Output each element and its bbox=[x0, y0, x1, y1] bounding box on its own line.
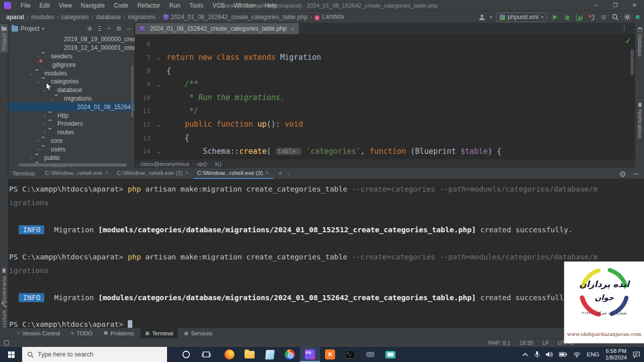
terminal-minimize-icon[interactable]: ─ bbox=[633, 169, 639, 179]
chevron-right-icon[interactable]: › bbox=[41, 130, 48, 135]
command-prompt-taskbar-button[interactable]: >_ bbox=[340, 347, 360, 362]
tree-item-routes[interactable]: ›routes bbox=[9, 128, 135, 137]
tree-item-database[interactable]: ⌄database bbox=[9, 86, 135, 95]
tree-item-seeders[interactable]: ›seeders bbox=[9, 52, 135, 61]
menu-view[interactable]: View bbox=[54, 2, 76, 9]
user-dropdown-caret[interactable]: ▾ bbox=[490, 15, 493, 20]
tree-item-http[interactable]: ›Http bbox=[9, 111, 135, 120]
run-button[interactable] bbox=[551, 13, 559, 21]
tab-close-icon[interactable]: ✕ bbox=[266, 170, 270, 175]
breadcrumb-item-lambda[interactable]: λLambda bbox=[314, 13, 344, 21]
menu-code[interactable]: Code bbox=[109, 2, 133, 9]
chevron-down-icon[interactable]: ⌄ bbox=[35, 79, 42, 84]
tree-item-2019-12-14-000001-create-perso[interactable]: 2019_12_14_000001_create_personal_ac bbox=[9, 44, 135, 52]
project-vertical-scrollbar[interactable] bbox=[131, 65, 133, 118]
chevron-right-icon[interactable]: › bbox=[35, 147, 42, 152]
breadcrumb-item-categories[interactable]: categories bbox=[61, 14, 89, 21]
minimize-button[interactable]: ─ bbox=[587, 0, 606, 11]
tree-item-2019-08-19-000000-create-faile[interactable]: 2019_08_19_000000_create_failed_jobs_ bbox=[9, 35, 135, 44]
chevron-right-icon[interactable]: › bbox=[41, 121, 48, 126]
chevron-down-icon[interactable]: ⌄ bbox=[48, 96, 55, 101]
locate-file-icon[interactable]: ⊕ bbox=[87, 25, 92, 32]
taskbar-clock[interactable]: 6:58 PM1/8/2024 bbox=[605, 348, 627, 361]
tool-window-notifications[interactable]: Notifications bbox=[635, 103, 644, 138]
project-horizontal-scrollbar[interactable] bbox=[19, 163, 127, 166]
profiler-button[interactable] bbox=[587, 13, 595, 21]
tree-item-providers[interactable]: ›Providers bbox=[9, 120, 135, 128]
tree-item-migrations[interactable]: ⌄migrations bbox=[9, 95, 135, 103]
panel-settings-gear-icon[interactable]: ⚙ bbox=[116, 25, 122, 32]
fold-marker-icon[interactable]: ⌄ bbox=[150, 81, 167, 87]
php-version-indicator[interactable]: PHP: 8.1 bbox=[488, 340, 510, 346]
tool-window-bookmarks[interactable]: Bookmarks bbox=[0, 266, 8, 305]
firefox-taskbar-button[interactable] bbox=[219, 347, 239, 362]
task-view-button[interactable] bbox=[196, 347, 216, 362]
terminal-tab-1[interactable]: C:\Window...rshell.exe✕ bbox=[41, 168, 113, 179]
breadcrumb-item-2024-01-08-152642-create-categories-tabl[interactable]: 2024_01_08_152642_create_categories_tabl… bbox=[163, 14, 308, 21]
mail-app-taskbar-button[interactable] bbox=[260, 347, 280, 362]
editor-tab[interactable]: 2024_01_08_152642_create_categories_tabl… bbox=[135, 23, 299, 34]
editor-breadcrumb-item[interactable]: class@anonymous bbox=[140, 161, 189, 167]
terminal-tab-2[interactable]: C:\Window...rshell.exe (2)✕ bbox=[113, 168, 193, 179]
atom-app-taskbar-button[interactable] bbox=[360, 347, 380, 362]
breadcrumb-item-database[interactable]: database bbox=[96, 14, 121, 21]
fold-marker-icon[interactable]: ⌄ bbox=[150, 148, 167, 154]
toolbar-services[interactable]: ◉Services bbox=[180, 328, 217, 338]
search-everywhere-icon[interactable] bbox=[611, 13, 619, 21]
cortana-button[interactable] bbox=[176, 347, 196, 362]
toolbar-problems[interactable]: ❶Problems bbox=[99, 328, 138, 338]
run-with-coverage-button[interactable] bbox=[575, 13, 583, 21]
terminal-tab-3[interactable]: C:\Window...rshell.exe (3)✕ bbox=[193, 168, 274, 179]
fold-marker-icon[interactable]: ⌄ bbox=[150, 55, 167, 60]
run-configuration-select[interactable]: phpunit.xml ▾ bbox=[496, 13, 547, 22]
file-explorer-taskbar-button[interactable] bbox=[239, 347, 260, 362]
volume-icon[interactable] bbox=[546, 351, 553, 357]
tool-window-project[interactable]: Project bbox=[0, 24, 8, 53]
toolbar-todo[interactable]: ≡TODO bbox=[66, 328, 97, 338]
tree-item-categories[interactable]: ⌄categories bbox=[9, 77, 135, 86]
toolbar-version-control[interactable]: ⑂Version Control bbox=[12, 328, 64, 338]
fold-marker-icon[interactable]: ⌄ bbox=[150, 122, 167, 127]
menu-file[interactable]: File bbox=[16, 2, 35, 9]
project-view-caret[interactable]: ▾ bbox=[42, 26, 44, 31]
battery-icon[interactable] bbox=[559, 352, 567, 357]
inspection-ok-icon[interactable]: ✓ bbox=[625, 37, 631, 45]
show-hidden-icons-button[interactable] bbox=[522, 352, 528, 356]
action-center-icon[interactable] bbox=[633, 351, 640, 358]
tool-window-database[interactable]: Database bbox=[635, 27, 644, 57]
tree-item-2024-01-08-152642-create-cate[interactable]: 2024_01_08_152642_create_cate bbox=[9, 103, 135, 111]
chevron-right-icon[interactable]: › bbox=[35, 54, 42, 59]
toolbar-terminal[interactable]: ▣Terminal bbox=[140, 328, 178, 338]
caret-position-indicator[interactable]: 18:35 bbox=[519, 340, 533, 346]
tab-close-icon[interactable]: ✕ bbox=[291, 26, 295, 32]
tab-close-icon[interactable]: ✕ bbox=[105, 170, 109, 175]
settings-gear-icon[interactable] bbox=[623, 13, 631, 21]
layout-icon[interactable] bbox=[4, 340, 9, 345]
chevron-right-icon[interactable]: › bbox=[41, 113, 48, 118]
stop-button[interactable] bbox=[599, 13, 607, 21]
editor-breadcrumb-item[interactable]: λ() bbox=[215, 161, 221, 167]
user-profile-icon[interactable] bbox=[478, 13, 486, 21]
microphone-icon[interactable] bbox=[534, 351, 540, 358]
chevron-right-icon[interactable]: › bbox=[35, 138, 42, 143]
editor-breadcrumb-item[interactable]: up() bbox=[197, 161, 207, 167]
tab-options-icon[interactable]: ⋮ bbox=[621, 25, 628, 32]
breadcrumb-item-aparat[interactable]: aparat bbox=[6, 14, 24, 21]
phpstorm-taskbar-button[interactable]: PS bbox=[300, 347, 320, 362]
taskbar-search-input[interactable]: Type here to search bbox=[22, 347, 167, 362]
media-app-taskbar-button[interactable] bbox=[380, 347, 400, 362]
line-separator-indicator[interactable]: LF bbox=[542, 340, 549, 346]
expand-all-icon[interactable]: Ξ bbox=[98, 25, 102, 32]
editor-scrollbar[interactable] bbox=[630, 49, 634, 75]
start-button[interactable] bbox=[0, 347, 22, 362]
code-editor[interactable]: 67⌄return new class extends Migration8{9… bbox=[135, 34, 635, 159]
maximize-button[interactable]: ❐ bbox=[606, 0, 625, 11]
chevron-down-icon[interactable]: ⌄ bbox=[28, 71, 35, 76]
terminal-settings-gear-icon[interactable]: ⚙ bbox=[619, 169, 626, 179]
collapse-all-icon[interactable]: ÷ bbox=[107, 25, 111, 32]
tree-item-core[interactable]: ›core bbox=[9, 137, 135, 145]
language-indicator[interactable]: ENG bbox=[587, 351, 599, 357]
xampp-taskbar-button[interactable]: ✕ bbox=[320, 347, 340, 362]
hide-panel-icon[interactable]: ─ bbox=[127, 25, 131, 32]
chrome-taskbar-button[interactable] bbox=[280, 347, 300, 362]
